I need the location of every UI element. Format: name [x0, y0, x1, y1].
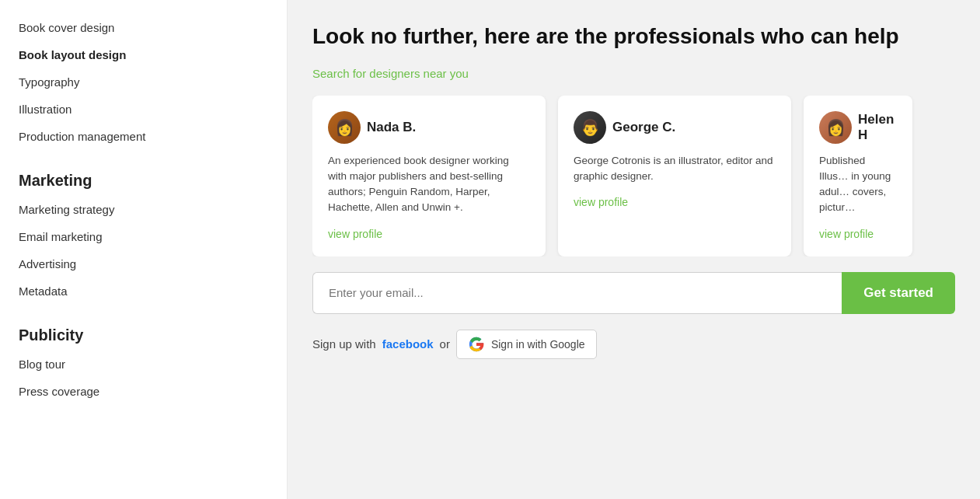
sidebar-publicity-items: Blog tour Press coverage [19, 351, 268, 405]
google-button-label: Sign in with Google [491, 338, 585, 351]
sidebar: Book cover design Book layout design Typ… [0, 0, 288, 499]
sidebar-item-email-marketing[interactable]: Email marketing [19, 223, 268, 250]
email-row: Get started [312, 272, 955, 314]
profile-name-helen: Helen H [858, 112, 897, 143]
signup-row: Sign up with facebook or Sign in with Go… [312, 330, 955, 359]
google-signin-button[interactable]: Sign in with Google [456, 330, 597, 359]
sidebar-design-items: Book cover design Book layout design Typ… [19, 14, 268, 150]
sidebar-item-press-coverage[interactable]: Press coverage [19, 378, 268, 405]
profile-bio-nada: An experienced book designer working wit… [328, 153, 530, 216]
sidebar-item-typography[interactable]: Typography [19, 68, 268, 96]
get-started-button[interactable]: Get started [842, 272, 955, 314]
signup-or-text: or [440, 337, 450, 351]
avatar-helen: 👩 [819, 111, 852, 144]
profile-cards-row: 👩 Nada B. An experienced book designer w… [312, 96, 955, 256]
view-profile-link-nada[interactable]: view profile [328, 228, 382, 240]
facebook-signup-link[interactable]: facebook [382, 337, 434, 351]
email-input[interactable] [312, 272, 842, 314]
profile-card-helen: 👩 Helen H Published Illus… in young adul… [804, 96, 912, 256]
profile-header-george: 👨 George C. [574, 111, 776, 144]
profile-bio-george: George Cotronis is an illustrator, edito… [574, 153, 776, 185]
sidebar-item-book-layout-design[interactable]: Book layout design [19, 41, 268, 68]
profile-header-helen: 👩 Helen H [819, 111, 897, 144]
main-headline: Look no further, here are the profession… [312, 23, 955, 50]
profile-header-nada: 👩 Nada B. [328, 111, 530, 144]
profile-bio-helen: Published Illus… in young adul… covers, … [819, 153, 897, 216]
view-profile-link-george[interactable]: view profile [574, 196, 628, 208]
sidebar-marketing-items: Marketing strategy Email marketing Adver… [19, 196, 268, 305]
profile-name-george: George C. [612, 120, 675, 135]
profile-card-george: 👨 George C. George Cotronis is an illust… [558, 96, 791, 256]
sidebar-item-production-management[interactable]: Production management [19, 123, 268, 150]
sidebar-item-metadata[interactable]: Metadata [19, 277, 268, 305]
profile-card-nada: 👩 Nada B. An experienced book designer w… [312, 96, 546, 256]
avatar-george: 👨 [574, 111, 606, 144]
sidebar-item-book-cover-design[interactable]: Book cover design [19, 14, 268, 41]
avatar-nada: 👩 [328, 111, 361, 144]
google-logo-icon [468, 336, 485, 353]
sidebar-item-illustration[interactable]: Illustration [19, 96, 268, 123]
signup-prefix-text: Sign up with [312, 337, 376, 351]
main-content: Look no further, here are the profession… [288, 0, 980, 499]
sidebar-item-marketing-strategy[interactable]: Marketing strategy [19, 196, 268, 223]
search-designers-link[interactable]: Search for designers near you [312, 67, 955, 80]
view-profile-link-helen[interactable]: view profile [819, 228, 874, 240]
sidebar-item-blog-tour[interactable]: Blog tour [19, 351, 268, 378]
sidebar-marketing-header: Marketing [19, 172, 268, 190]
profile-name-nada: Nada B. [367, 120, 416, 135]
sidebar-item-advertising[interactable]: Advertising [19, 250, 268, 277]
sidebar-publicity-header: Publicity [19, 326, 268, 344]
